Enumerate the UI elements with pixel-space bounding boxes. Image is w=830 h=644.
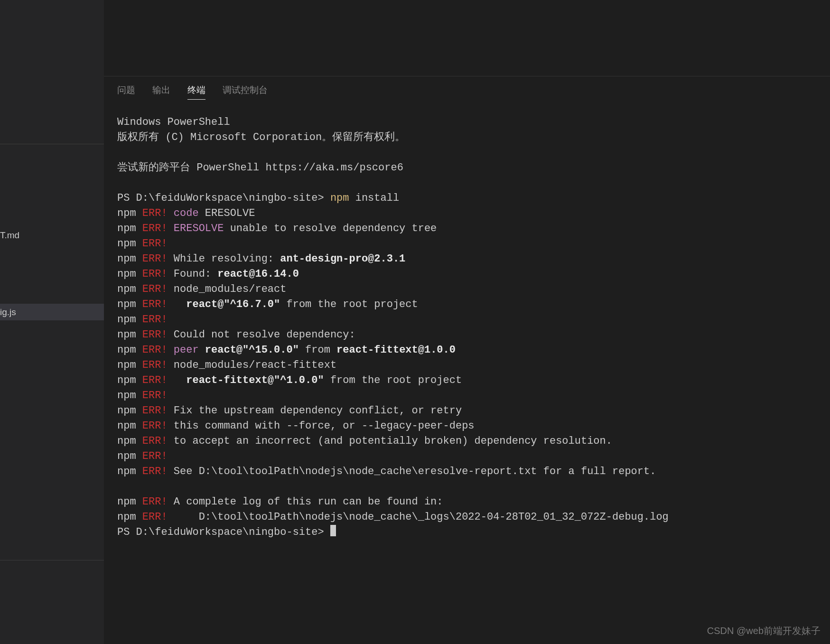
terminal-text: While resolving: [168, 253, 280, 265]
terminal-text: Could not resolve dependency: [168, 329, 355, 341]
terminal-text [168, 344, 174, 356]
npm-label: npm [117, 314, 142, 326]
npm-label: npm [117, 283, 142, 295]
err-label: ERR! [142, 450, 168, 462]
terminal-text [168, 374, 187, 386]
npm-label: npm [117, 466, 142, 477]
sidebar-file-item[interactable]: T.md [0, 227, 104, 243]
terminal-command-hl: npm [330, 192, 349, 204]
terminal-bold: react@"^15.0.0" [205, 344, 299, 356]
err-label: ERR! [142, 390, 168, 401]
panel-tab[interactable]: 问题 [117, 84, 135, 100]
sidebar: T.mdig.js [0, 0, 104, 644]
npm-label: npm [117, 223, 142, 234]
terminal-bold: react-fittext@1.0.0 [336, 344, 456, 356]
err-label: ERR! [142, 299, 168, 310]
terminal-bold: ant-design-pro@2.3.1 [280, 253, 405, 265]
terminal-text: A complete log of this run can be found … [168, 496, 443, 508]
terminal-text: from [299, 344, 336, 356]
panel-tabs: 问题输出终端调试控制台 [104, 76, 830, 100]
npm-label: npm [117, 299, 142, 310]
npm-label: npm [117, 344, 142, 356]
err-label: ERR! [142, 329, 168, 341]
terminal-line: 尝试新的跨平台 PowerShell https://aka.ms/pscore… [117, 162, 403, 174]
err-label: ERR! [142, 466, 168, 477]
terminal-text: this command with --force, or --legacy-p… [168, 420, 475, 432]
err-label: ERR! [142, 207, 168, 219]
terminal-bold: react-fittext@"^1.0.0" [186, 374, 324, 386]
terminal-text: ERESOLVE [199, 207, 255, 219]
err-code: code [174, 207, 199, 219]
panel-tab[interactable]: 调试控制台 [223, 84, 268, 100]
terminal-text: node_modules/react-fittext [168, 359, 336, 371]
terminal-text: from the root project [324, 374, 462, 386]
npm-label: npm [117, 238, 142, 250]
terminal-command: install [349, 192, 399, 204]
err-label: ERR! [142, 420, 168, 432]
npm-label: npm [117, 496, 142, 508]
npm-label: npm [117, 511, 142, 523]
sidebar-divider [0, 560, 104, 560]
terminal-text: See D:\tool\toolPath\nodejs\node_cache\e… [168, 466, 656, 477]
sidebar-divider [0, 144, 104, 144]
panel-tab[interactable]: 终端 [187, 84, 205, 100]
err-label: ERR! [142, 314, 168, 326]
npm-label: npm [117, 450, 142, 462]
npm-label: npm [117, 405, 142, 417]
terminal-text: unable to resolve dependency tree [224, 223, 437, 234]
err-label: ERR! [142, 268, 168, 280]
err-eresolve: ERESOLVE [174, 223, 224, 234]
npm-label: npm [117, 359, 142, 371]
terminal-cursor[interactable] [330, 525, 336, 536]
terminal-text: from the root project [280, 299, 418, 310]
npm-label: npm [117, 268, 142, 280]
terminal-text: to accept an incorrect (and potentially … [168, 435, 612, 447]
panel-tab[interactable]: 输出 [152, 84, 170, 100]
npm-label: npm [117, 253, 142, 265]
terminal-bold: react@"^16.7.0" [186, 299, 280, 310]
npm-label: npm [117, 390, 142, 401]
err-label: ERR! [142, 374, 168, 386]
npm-label: npm [117, 329, 142, 341]
err-label: ERR! [142, 511, 168, 523]
npm-label: npm [117, 374, 142, 386]
err-label: ERR! [142, 435, 168, 447]
watermark: CSDN @web前端开发妹子 [707, 625, 821, 637]
terminal-prompt: PS D:\feiduWorkspace\ningbo-site> [117, 192, 330, 204]
terminal-text [168, 299, 187, 310]
editor-area [104, 0, 830, 76]
err-label: ERR! [142, 405, 168, 417]
terminal-text: node_modules/react [168, 283, 287, 295]
terminal-prompt: PS D:\feiduWorkspace\ningbo-site> [117, 526, 330, 538]
npm-label: npm [117, 207, 142, 219]
err-label: ERR! [142, 283, 168, 295]
terminal-text: D:\tool\toolPath\nodejs\node_cache\_logs… [168, 511, 669, 523]
err-label: ERR! [142, 344, 168, 356]
terminal-text: Found: [168, 268, 218, 280]
terminal-line: Windows PowerShell [117, 116, 230, 128]
terminal-output[interactable]: Windows PowerShell 版权所有 (C) Microsoft Co… [104, 100, 830, 644]
terminal-bold: react@16.14.0 [217, 268, 299, 280]
err-label: ERR! [142, 359, 168, 371]
npm-label: npm [117, 435, 142, 447]
terminal-line: 版权所有 (C) Microsoft Corporation。保留所有权利。 [117, 131, 405, 143]
err-label: ERR! [142, 238, 168, 250]
peer-label: peer [174, 344, 199, 356]
sidebar-file-item[interactable]: ig.js [0, 304, 104, 320]
err-label: ERR! [142, 496, 168, 508]
err-label: ERR! [142, 253, 168, 265]
terminal-text: Fix the upstream dependency conflict, or… [168, 405, 462, 417]
err-label: ERR! [142, 223, 168, 234]
panel: 问题输出终端调试控制台 Windows PowerShell 版权所有 (C) … [104, 76, 830, 644]
npm-label: npm [117, 420, 142, 432]
